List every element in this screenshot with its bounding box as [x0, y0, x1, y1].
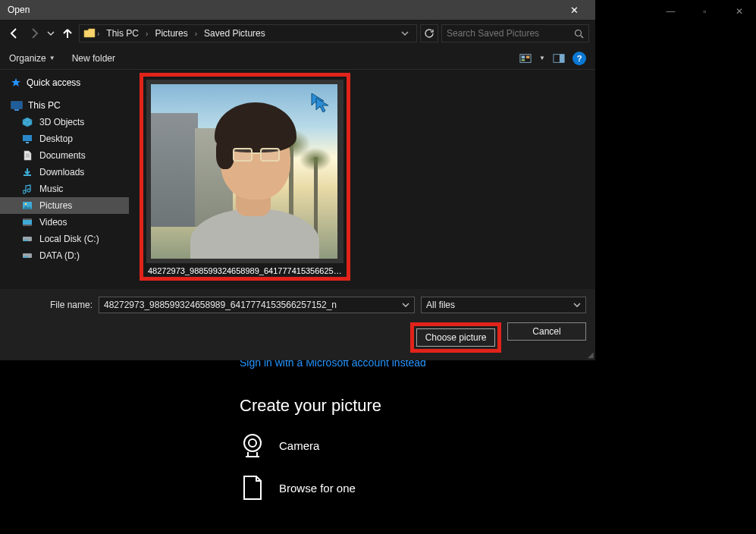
svg-rect-4 [522, 55, 525, 58]
svg-rect-10 [11, 102, 22, 108]
breadcrumb-bar[interactable]: › This PC › Pictures › Saved Pictures [79, 24, 417, 42]
browse-label: Browse for one [279, 482, 356, 495]
chevron-down-icon: ▼ [49, 55, 55, 61]
desktop-icon [21, 134, 33, 144]
cancel-button[interactable]: Cancel [507, 322, 586, 341]
help-button[interactable]: ? [572, 52, 586, 65]
svg-rect-8 [560, 54, 564, 62]
star-icon [11, 77, 21, 88]
file-name-label: File name: [9, 300, 93, 310]
selected-file-highlight: 48272973_988599324658989_641777415356625… [140, 73, 350, 281]
svg-rect-12 [23, 135, 32, 141]
breadcrumb-pictures[interactable]: Pictures [149, 28, 193, 39]
download-icon [21, 167, 33, 177]
choose-picture-highlight: Choose picture [410, 322, 501, 353]
sidebar-quick-access[interactable]: Quick access [0, 74, 129, 91]
choose-picture-button[interactable]: Choose picture [416, 328, 495, 347]
file-type-value: All files [426, 300, 455, 310]
sidebar-item-pictures[interactable]: Pictures [0, 197, 129, 214]
svg-point-2 [576, 30, 582, 36]
svg-rect-18 [23, 225, 32, 226]
chevron-down-icon[interactable] [401, 30, 409, 36]
svg-rect-6 [522, 58, 525, 61]
camera-label: Camera [279, 439, 319, 452]
svg-rect-5 [526, 55, 529, 58]
search-input[interactable] [447, 28, 564, 39]
sidebar-this-pc[interactable]: This PC [0, 97, 129, 114]
nav-up-button[interactable] [59, 25, 76, 42]
view-thumbnails-button[interactable] [519, 53, 532, 64]
cursor-overlay-icon [307, 89, 333, 115]
svg-rect-16 [23, 219, 32, 225]
app-minimize-button[interactable]: — [654, 0, 688, 23]
browse-option[interactable]: Browse for one [240, 475, 664, 501]
svg-rect-13 [26, 142, 29, 143]
organize-button[interactable]: Organize ▼ [9, 53, 55, 64]
breadcrumb-leaf[interactable]: Saved Pictures [198, 28, 271, 39]
svg-point-15 [25, 203, 27, 206]
new-folder-button[interactable]: New folder [72, 53, 115, 64]
svg-point-1 [249, 439, 256, 447]
search-icon [574, 29, 584, 39]
nav-back-button[interactable] [6, 25, 23, 42]
dialog-titlebar[interactable]: Open ✕ [0, 0, 595, 20]
file-name-combo[interactable]: 48272973_988599324658989_641777415356625… [99, 297, 415, 313]
svg-rect-20 [24, 240, 28, 241]
thumbnail-image [151, 84, 337, 259]
pictures-icon [21, 200, 33, 211]
sidebar-item-videos[interactable]: Videos [0, 214, 129, 231]
sidebar-item-desktop[interactable]: Desktop [0, 130, 129, 147]
dialog-title: Open [8, 5, 30, 15]
sidebar-item-downloads[interactable]: Downloads [0, 164, 129, 181]
dialog-close-button[interactable]: ✕ [559, 0, 589, 20]
file-thumbnail[interactable] [146, 80, 343, 263]
sidebar-item-3d-objects[interactable]: 3D Objects [0, 114, 129, 130]
sidebar-item-local-disk-c[interactable]: Local Disk (C:) [0, 231, 129, 247]
view-dropdown[interactable]: ▼ [539, 55, 545, 61]
preview-pane-button[interactable] [553, 53, 565, 64]
music-icon [21, 184, 33, 194]
pc-icon [11, 101, 23, 111]
disk-icon [21, 250, 33, 261]
create-picture-heading: Create your picture [240, 396, 664, 416]
open-file-dialog: Open ✕ › This PC › Pictures › Saved Pict… [0, 0, 595, 360]
refresh-button[interactable] [420, 24, 438, 42]
app-close-button[interactable]: ✕ [722, 0, 756, 23]
browse-icon [240, 475, 265, 501]
app-maximize-button[interactable]: ▫ [688, 0, 722, 23]
chevron-down-icon[interactable] [402, 302, 409, 308]
nav-recent-dropdown[interactable] [45, 25, 56, 42]
file-list-area[interactable]: 48272973_988599324658989_641777415356625… [129, 70, 595, 289]
sidebar-item-documents[interactable]: Documents [0, 147, 129, 164]
document-icon [21, 150, 33, 161]
file-caption: 48272973_988599324658989_641777415356625… [146, 263, 343, 277]
folder-icon [83, 27, 96, 40]
search-box[interactable] [441, 24, 589, 42]
cube-icon [21, 117, 33, 127]
svg-rect-22 [24, 256, 28, 258]
nav-forward-button[interactable] [26, 25, 42, 42]
chevron-down-icon[interactable] [573, 302, 581, 308]
sidebar: Quick access This PC 3D Objects Desktop [0, 70, 129, 289]
svg-rect-11 [14, 109, 19, 111]
file-type-combo[interactable]: All files [421, 297, 586, 313]
file-name-value: 48272973_988599324658989_641777415356625… [104, 300, 337, 310]
disk-icon [21, 234, 33, 244]
video-icon [21, 217, 33, 228]
camera-option[interactable]: Camera [240, 432, 664, 458]
breadcrumb-root[interactable]: This PC [100, 28, 145, 39]
sidebar-item-music[interactable]: Music [0, 181, 129, 197]
svg-rect-17 [23, 218, 32, 220]
sidebar-item-data-d[interactable]: DATA (D:) [0, 247, 129, 264]
svg-point-0 [244, 435, 261, 451]
resize-grip-icon[interactable]: ◢ [588, 350, 594, 359]
camera-icon [240, 432, 265, 458]
